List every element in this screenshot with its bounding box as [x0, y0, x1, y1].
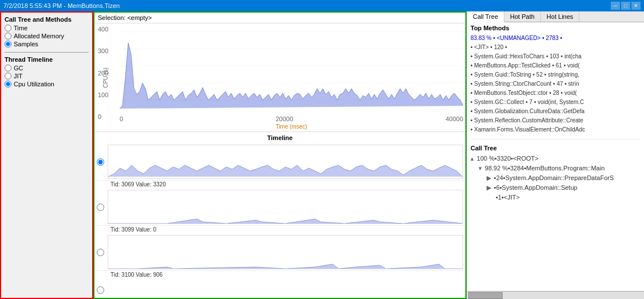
radio-samples[interactable]	[5, 41, 11, 47]
top-method-6: • MemButtons.TestObject::ctor • 28 • voi…	[471, 89, 641, 98]
title-bar: 7/2/2018 5:55:43 PM - MemButtons.Tizen ─…	[0, 0, 644, 11]
radio-jit[interactable]	[5, 73, 11, 79]
y-label-0: 0	[98, 113, 108, 120]
timeline-title: Timeline	[94, 132, 465, 143]
tabs-bar: Call Tree Hot Path Hot Lines	[467, 11, 644, 22]
window-controls: ─ □ ✕	[611, 2, 641, 10]
option-gc[interactable]: GC	[5, 65, 89, 71]
call-tree-item-4[interactable]: •1•<JIT>	[471, 193, 641, 202]
right-content[interactable]: Top Methods 83.83 % • <UNMANAGED> • 2783…	[467, 22, 644, 291]
call-tree-item-0[interactable]: ▴ 100 %•3320•<ROOT>	[471, 154, 641, 164]
option-time[interactable]: Time	[5, 25, 89, 31]
minimize-button[interactable]: ─	[611, 2, 620, 10]
track-svg-2	[108, 190, 463, 224]
top-chart: 400 300 200 100 0 CPU (s) 0 20000 4000	[94, 23, 465, 132]
top-methods-title: Top Methods	[471, 25, 641, 31]
timeline-track-2: Tid: 3099 Value: 0	[94, 189, 465, 234]
expand-icon-2: ▶	[487, 174, 491, 181]
maximize-button[interactable]: □	[621, 2, 630, 10]
track-chart-1	[108, 145, 463, 179]
top-method-7: • System.GC::Collect • 7 • void(int, Sys…	[471, 98, 641, 107]
option-allocated-memory[interactable]: Allocated Memory	[5, 33, 89, 39]
track-svg-3	[108, 236, 463, 269]
window-title: 7/2/2018 5:55:43 PM - MemButtons.Tizen	[3, 2, 120, 9]
timeline-section[interactable]: Timeline Tid: 3069 Value: 3320	[94, 132, 465, 298]
horizontal-scrollbar[interactable]	[467, 291, 644, 299]
radio-cpu-utilization[interactable]	[5, 81, 11, 87]
x-label-20000: 20000	[275, 115, 293, 122]
call-tree-item-2[interactable]: ▶ •24•System.AppDomain::PrepareDataForS	[471, 173, 641, 183]
call-tree-item-3[interactable]: ▶ •6•System.AppDomain::Setup	[471, 183, 641, 193]
selection-label: Selection:	[98, 14, 125, 21]
x-axis-title: Time (msec)	[120, 123, 463, 131]
tab-hot-lines[interactable]: Hot Lines	[541, 11, 579, 22]
track-radio-4[interactable]	[97, 286, 104, 294]
timeline-track-3: Tid: 3100 Value: 906	[94, 234, 465, 279]
expand-icon-1: ▾	[479, 165, 482, 172]
top-methods-list: 83.83 % • <UNMANAGED> • 2783 • • <JIT> •…	[471, 34, 641, 134]
option-jit[interactable]: JIT	[5, 73, 89, 79]
thread-timeline-section-title: Thread Timeline	[5, 56, 89, 63]
x-label-0: 0	[120, 115, 123, 122]
expand-icon-3: ▶	[487, 184, 491, 191]
selection-value: <empty>	[127, 14, 152, 21]
radio-time[interactable]	[5, 25, 11, 31]
top-method-5: • System.String::CtorCharCount • 47 • st…	[471, 79, 641, 89]
top-method-1: • <JIT> • 120 •	[471, 43, 641, 52]
track-radio-3[interactable]	[97, 249, 104, 256]
top-method-10: • Xamarin.Forms.VisualElement::OnChildAd…	[471, 125, 641, 134]
y-label-400: 400	[98, 26, 108, 33]
track-svg-1	[108, 145, 463, 179]
radio-gc[interactable]	[5, 65, 11, 71]
svg-rect-6	[108, 190, 463, 224]
y-label-100: 100	[98, 91, 108, 98]
call-tree-list: ▴ 100 %•3320•<ROOT> ▾ 98.92 %•3284•MemBu…	[471, 154, 641, 202]
call-tree-title: Call Tree	[471, 145, 641, 152]
tab-hot-path[interactable]: Hot Path	[504, 11, 541, 22]
track-chart-2	[108, 190, 463, 224]
call-tree-options: Time Allocated Memory Samples	[5, 25, 89, 47]
right-panel: Call Tree Hot Path Hot Lines Top Methods…	[467, 11, 644, 299]
left-panel: Call Tree and Methods Time Allocated Mem…	[0, 11, 93, 299]
top-method-4: • System.Guid::ToString • 52 • string(st…	[471, 70, 641, 79]
expand-icon-0: ▴	[471, 155, 474, 162]
center-panel: Selection: <empty> 400 300 200 100 0 CPU…	[93, 11, 467, 299]
option-samples[interactable]: Samples	[5, 41, 89, 47]
track-label-1: Tid: 3069 Value: 3320	[94, 181, 465, 189]
svg-rect-7	[108, 236, 463, 269]
track-label-3: Tid: 3100 Value: 906	[94, 271, 465, 279]
scrollbar-thumb[interactable]	[468, 292, 503, 299]
selection-bar: Selection: <empty>	[94, 13, 465, 23]
thread-timeline-options: GC JIT Cpu Utilization	[5, 65, 89, 87]
y-axis-title: CPU (s)	[102, 67, 109, 88]
track-label-2: Tid: 3099 Value: 0	[94, 226, 465, 234]
top-method-9: • System.Reflection.CustomAttribute::Cre…	[471, 116, 641, 125]
call-tree-section-title: Call Tree and Methods	[5, 16, 89, 23]
track-radio-2[interactable]	[97, 204, 104, 211]
close-button[interactable]: ✕	[631, 2, 641, 10]
top-method-3: • MemButtons.App::TestClicked • 61 • voi…	[471, 61, 641, 70]
call-tree-item-1[interactable]: ▾ 98.92 %•3284•MemButtons.Program::Main	[471, 164, 641, 173]
radio-allocated-memory[interactable]	[5, 33, 11, 39]
x-label-40000: 40000	[445, 115, 463, 122]
track-radio-1[interactable]	[97, 158, 104, 166]
timeline-track-1: Tid: 3069 Value: 3320	[94, 143, 465, 189]
y-label-300: 300	[98, 47, 108, 54]
track-chart-3	[108, 235, 463, 269]
top-method-8: • System.Globalization.CultureData::GetD…	[471, 107, 641, 116]
main-chart-svg[interactable]	[120, 26, 463, 114]
separator	[471, 139, 641, 142]
main-container: Call Tree and Methods Time Allocated Mem…	[0, 11, 644, 299]
divider	[5, 52, 89, 53]
tab-call-tree[interactable]: Call Tree	[467, 11, 504, 22]
option-cpu-utilization[interactable]: Cpu Utilization	[5, 81, 89, 87]
timeline-track-4	[94, 279, 465, 298]
top-method-0: 83.83 % • <UNMANAGED> • 2783 •	[471, 34, 641, 43]
top-method-2: • System.Guid::HexsToChars • 103 • int(c…	[471, 52, 641, 61]
